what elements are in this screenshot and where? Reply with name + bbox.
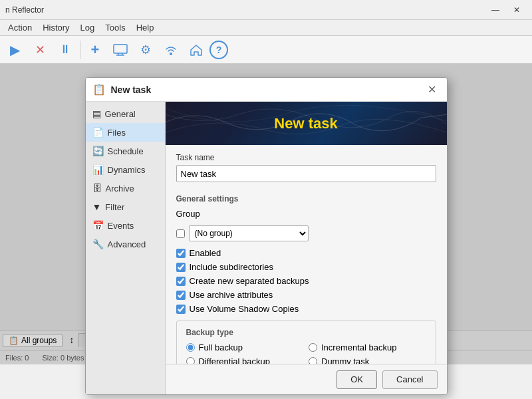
window-controls: — ✕	[485, 3, 527, 17]
menu-history[interactable]: History	[37, 21, 74, 34]
backup-type-section: Backup type Full backup Incremental back…	[176, 321, 436, 364]
minimize-button[interactable]: —	[485, 3, 505, 17]
nav-item-files[interactable]: 📄 Files	[86, 123, 165, 142]
differential-backup-label: Differential backup	[199, 356, 270, 364]
nav-dynamics-label: Dynamics	[108, 165, 146, 175]
nav-item-archive[interactable]: 🗄 Archive	[86, 179, 165, 198]
archive-attr-checkbox-row: Use archive attributes	[176, 290, 436, 300]
dialog-title-bar: 📋 New task ✕	[86, 78, 447, 102]
nav-general-label: General	[105, 109, 136, 119]
menu-action[interactable]: Action	[3, 21, 37, 34]
task-name-input[interactable]	[176, 165, 436, 182]
incremental-backup-label: Incremental backup	[321, 342, 396, 352]
incremental-backup-row: Incremental backup	[309, 342, 426, 352]
group-checkbox[interactable]	[176, 229, 185, 238]
archive-attr-checkbox[interactable]	[176, 291, 186, 300]
shadow-copies-checkbox-row: Use Volume Shadow Copies	[176, 304, 436, 314]
dialog-close-button[interactable]: ✕	[424, 82, 440, 98]
title-bar: n Reflector — ✕	[0, 0, 532, 20]
group-field: Group (No group)	[176, 209, 436, 241]
shadow-copies-label: Use Volume Shadow Copies	[190, 304, 299, 314]
nav-item-schedule[interactable]: 🔄 Schedule	[86, 142, 165, 160]
group-label: Group	[176, 209, 200, 219]
dialog-overlay: 📋 New task ✕ ▤ General 📄 Files	[0, 64, 532, 364]
monitor-icon	[113, 44, 128, 56]
form-content: Task name General settings Group (No gro…	[166, 145, 447, 364]
include-subdir-checkbox[interactable]	[176, 263, 186, 272]
task-name-label: Task name	[176, 153, 436, 162]
dialog-footer: OK Cancel	[166, 364, 447, 394]
nav-filter-icon: ▼	[92, 201, 102, 212]
general-settings-label: General settings	[176, 194, 436, 203]
monitor-button[interactable]	[108, 38, 132, 62]
ok-button[interactable]: OK	[336, 370, 377, 389]
nav-item-general[interactable]: ▤ General	[86, 104, 165, 123]
settings-button[interactable]: ⚙	[134, 38, 158, 62]
nav-advanced-icon: 🔧	[92, 239, 104, 249]
menu-log[interactable]: Log	[75, 21, 100, 34]
create-backups-label: Create new separated backups	[190, 276, 309, 286]
add-button[interactable]: +	[83, 38, 107, 62]
stop-button[interactable]: ✕	[28, 38, 52, 62]
dialog-title: New task	[111, 84, 424, 95]
nav-schedule-label: Schedule	[108, 146, 144, 156]
create-backups-checkbox-row: Create new separated backups	[176, 276, 436, 286]
differential-backup-row: Differential backup	[186, 356, 304, 364]
enabled-checkbox-row: Enabled	[176, 248, 436, 258]
nav-filter-label: Filter	[105, 202, 124, 212]
shadow-copies-checkbox[interactable]	[176, 305, 186, 314]
dialog-banner: New task	[166, 102, 447, 145]
svg-point-4	[170, 53, 172, 55]
nav-item-filter[interactable]: ▼ Filter	[86, 198, 165, 216]
nav-item-events[interactable]: 📅 Events	[86, 216, 165, 235]
help-button[interactable]: ?	[209, 41, 228, 59]
menu-bar: Action History Log Tools Help	[0, 20, 532, 36]
nav-dynamics-icon: 📊	[92, 164, 104, 175]
nav-item-advanced[interactable]: 🔧 Advanced	[86, 235, 165, 253]
dummy-task-row: Dummy task	[309, 356, 426, 364]
wifi-button[interactable]	[159, 38, 183, 62]
dialog-body: ▤ General 📄 Files 🔄 Schedule 📊 Dynamics	[86, 102, 447, 394]
menu-help[interactable]: Help	[131, 21, 160, 34]
differential-backup-radio[interactable]	[186, 357, 195, 364]
home-icon	[190, 44, 203, 56]
incremental-backup-radio[interactable]	[309, 343, 317, 352]
nav-general-icon: ▤	[92, 108, 101, 119]
wifi-icon	[164, 44, 178, 56]
archive-attr-label: Use archive attributes	[190, 290, 273, 300]
toolbar: ▶ ✕ ⏸ + ⚙ ?	[0, 36, 532, 64]
close-button[interactable]: ✕	[507, 3, 527, 17]
nav-archive-label: Archive	[106, 184, 134, 194]
nav-archive-icon: 🗄	[92, 183, 102, 194]
main-area: 📋 New task ✕ ▤ General 📄 Files	[0, 64, 532, 364]
nav-item-dynamics[interactable]: 📊 Dynamics	[86, 160, 165, 179]
backup-type-label: Backup type	[186, 328, 426, 337]
nav-files-icon: 📄	[92, 127, 104, 138]
dummy-task-radio[interactable]	[309, 357, 317, 364]
create-backups-checkbox[interactable]	[176, 277, 186, 286]
enabled-checkbox[interactable]	[176, 249, 186, 258]
backup-type-grid: Full backup Incremental backup Different…	[186, 342, 426, 364]
full-backup-label: Full backup	[199, 342, 243, 352]
include-subdir-label: Include subdirectories	[190, 262, 273, 272]
dialog-nav: ▤ General 📄 Files 🔄 Schedule 📊 Dynamics	[86, 102, 166, 394]
menu-tools[interactable]: Tools	[100, 21, 130, 34]
include-subdir-checkbox-row: Include subdirectories	[176, 262, 436, 272]
full-backup-radio[interactable]	[186, 343, 195, 352]
toolbar-separator	[80, 41, 80, 59]
group-select[interactable]: (No group)	[189, 225, 309, 241]
dialog-title-icon: 📋	[92, 83, 106, 96]
nav-advanced-label: Advanced	[108, 239, 146, 249]
full-backup-row: Full backup	[186, 342, 304, 352]
play-button[interactable]: ▶	[3, 38, 27, 62]
enabled-label: Enabled	[190, 248, 221, 258]
cancel-button[interactable]: Cancel	[382, 370, 437, 389]
svg-rect-0	[114, 45, 127, 53]
dialog-content: New task Task name General settings Grou…	[166, 102, 447, 394]
banner-title: New task	[274, 115, 337, 132]
dummy-task-label: Dummy task	[321, 356, 369, 364]
pause-button[interactable]: ⏸	[53, 38, 77, 62]
app-title: n Reflector	[5, 5, 44, 15]
home-button[interactable]	[184, 38, 208, 62]
nav-events-label: Events	[108, 221, 134, 231]
